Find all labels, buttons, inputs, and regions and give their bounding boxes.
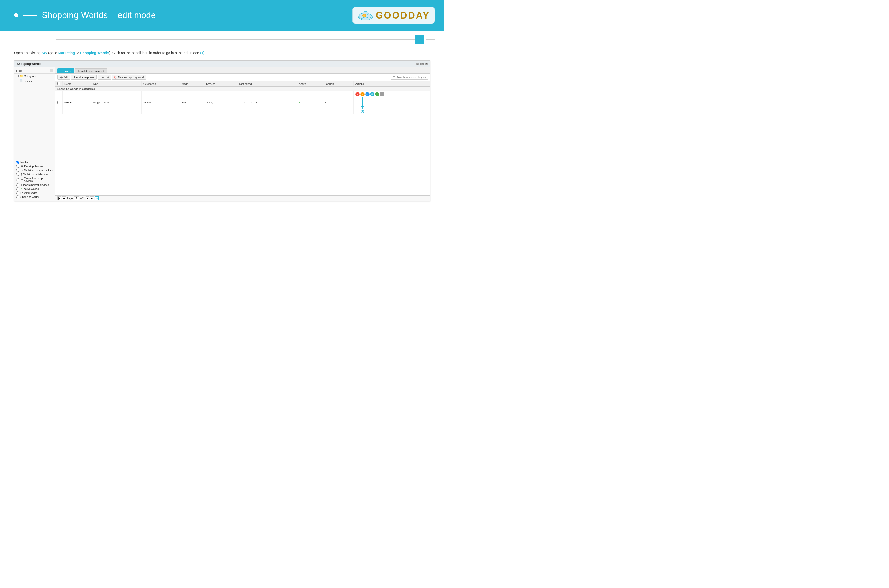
filter-radio-shopping-worlds[interactable]	[16, 195, 19, 198]
row-devices: 🖥 ▭ ▯ ▭	[204, 91, 237, 114]
tree-label-categories: Categories	[24, 75, 36, 78]
sw-sidebar: Filter ⊞ ⊞ 📁 Categories 📄 Deutch	[14, 67, 56, 201]
logo-box: GOODDAY	[352, 7, 435, 24]
intro-num-label: (1)	[200, 51, 204, 55]
row-checkbox[interactable]	[57, 101, 60, 104]
action-edit-btn[interactable]: ✏	[360, 92, 365, 96]
panel-header: Shopping worlds _ □ ✕	[14, 61, 430, 67]
header-dot	[14, 13, 18, 17]
win-restore-btn[interactable]: □	[420, 63, 423, 65]
col-name: Name	[63, 81, 90, 87]
action-preview-btn[interactable]: 👁	[365, 92, 369, 96]
panel-title: Shopping worlds	[17, 62, 41, 66]
tree-expand-icon: ⊞	[17, 75, 19, 78]
col-actions: Actions	[353, 81, 430, 87]
tablet-portrait-device-icon: ▯	[212, 101, 213, 104]
filter-radio-active-worlds[interactable]	[16, 187, 19, 190]
divider-box	[415, 35, 424, 44]
search-input[interactable]	[390, 75, 428, 80]
desktop-device-icon: 🖥	[206, 101, 209, 104]
filter-mobile-landscape[interactable]: ▭ Mobile landscape devices	[16, 176, 53, 183]
filter-radio-tablet-landscape[interactable]	[16, 169, 19, 172]
cloud-logo-icon	[357, 9, 374, 21]
filter-tablet-portrait[interactable]: ▯ Tablet portrait devices	[16, 172, 53, 176]
table-header-row: Name Type Categories Mode Devices Last e…	[56, 81, 430, 87]
filter-desktop[interactable]: 🖥 Desktop devices	[16, 164, 53, 168]
table-row: banner Shopping world Woman Fluid 🖥 ▭ ▯	[56, 91, 430, 114]
filter-label-active-worlds: Active worlds	[24, 188, 39, 190]
refresh-footer-btn[interactable]: ↻	[95, 196, 99, 200]
desktop-icon: 🖥	[21, 165, 23, 168]
select-all-checkbox[interactable]	[57, 82, 60, 85]
row-type: Shopping world	[90, 91, 141, 114]
action-dropdown-btn[interactable]: ▼	[380, 92, 384, 96]
body-content: Open an existing SW (go to Marketing -> …	[0, 44, 444, 206]
folder-icon: 📁	[20, 75, 23, 78]
toolbar-row: ➕ Add ⊞ Add from preset ↑ Import 🚫 Delet…	[56, 74, 430, 81]
sw-footer: |◀ ◀ Page of 1 ▶ ▶| ↻	[56, 195, 430, 201]
footer-of-label: of 1	[80, 197, 85, 200]
filter-shopping-worlds[interactable]: Shopping worlds	[16, 195, 53, 199]
import-icon: ↑	[100, 76, 101, 79]
filter-radio-no-filter[interactable]	[16, 161, 19, 164]
filter-radio-mobile-landscape[interactable]	[16, 178, 19, 181]
header-line	[23, 15, 37, 16]
tree-item-deutch[interactable]: 📄 Deutch	[14, 78, 55, 83]
filter-no-filter[interactable]: No filter	[16, 160, 53, 164]
filter-active-worlds[interactable]: ✓ Active worlds	[16, 187, 53, 191]
col-categories: Categories	[141, 81, 180, 87]
row-name: banner	[63, 91, 90, 114]
row-categories: Woman	[141, 91, 180, 114]
delete-label: Delete shopping world	[118, 76, 144, 79]
filter-tablet-landscape[interactable]: ▭ Tablet landscape devices	[16, 168, 53, 172]
filter-radio-landing-pages[interactable]	[16, 191, 19, 194]
intro-text-end: .	[204, 51, 206, 55]
filter-header: Filter ⊞	[14, 68, 55, 74]
tablet-landscape-icon: ▭	[21, 169, 23, 172]
action-copy-btn[interactable]: ⧉	[370, 92, 374, 96]
add-button[interactable]: ➕ Add	[57, 75, 70, 80]
filter-radio-tablet-portrait[interactable]	[16, 173, 19, 176]
intro-marketing-link[interactable]: Marketing	[58, 51, 75, 55]
svg-point-3	[367, 14, 371, 18]
logo-area: GOODDAY	[352, 7, 435, 24]
row-active: ✓	[297, 91, 323, 114]
filter-landing-pages[interactable]: Landing pages	[16, 191, 53, 195]
last-page-btn[interactable]: ▶|	[90, 196, 94, 200]
search-area	[390, 75, 428, 80]
filter-radio-desktop[interactable]	[16, 165, 19, 168]
page-input[interactable]	[74, 196, 80, 200]
add-icon: ➕	[60, 76, 63, 79]
win-minimize-btn[interactable]: _	[416, 63, 419, 65]
tab-overview[interactable]: Overview	[57, 68, 74, 74]
add-preset-button[interactable]: ⊞ Add from preset	[71, 75, 97, 80]
intro-text-before: Open an existing	[14, 51, 42, 55]
intro-arrow: ->	[75, 51, 80, 55]
row-checkbox-cell	[56, 91, 63, 114]
annotation-label: (1)	[360, 110, 364, 113]
filter-label-tablet-portrait: Tablet portrait devices	[23, 173, 48, 176]
prev-page-btn[interactable]: ◀	[62, 196, 66, 200]
win-close-btn[interactable]: ✕	[425, 63, 428, 65]
delete-button[interactable]: 🚫 Delete shopping world	[112, 75, 146, 80]
doc-icon: 📄	[20, 80, 23, 82]
intro-sw-link[interactable]: SW	[42, 51, 47, 55]
footer-page-label: Page	[67, 197, 73, 200]
next-page-btn[interactable]: ▶	[86, 196, 89, 200]
intro-shopping-link[interactable]: Shopping Wordls	[80, 51, 109, 55]
action-delete-btn[interactable]: ✕	[355, 92, 360, 96]
tablet-landscape-device-icon: ▭	[209, 101, 212, 104]
import-button[interactable]: ↑ Import	[98, 75, 111, 80]
filter-radio-mobile-portrait[interactable]	[16, 183, 19, 186]
first-page-btn[interactable]: |◀	[57, 196, 61, 200]
filter-mobile-portrait[interactable]: ▯ Mobile portrait devices	[16, 183, 53, 187]
table-area: Name Type Categories Mode Devices Last e…	[56, 81, 430, 195]
tab-template-management[interactable]: Template management	[75, 68, 107, 74]
mobile-landscape-icon: ▭	[21, 178, 23, 181]
action-refresh-btn[interactable]: ↻	[375, 92, 379, 96]
filter-label-tablet-landscape: Tablet landscape devices	[24, 169, 53, 172]
tree-item-categories[interactable]: ⊞ 📁 Categories	[14, 74, 55, 78]
device-icons: 🖥 ▭ ▯ ▭	[206, 101, 235, 104]
logo-text: GOODDAY	[375, 10, 430, 21]
filter-icon-btn[interactable]: ⊞	[50, 69, 53, 72]
